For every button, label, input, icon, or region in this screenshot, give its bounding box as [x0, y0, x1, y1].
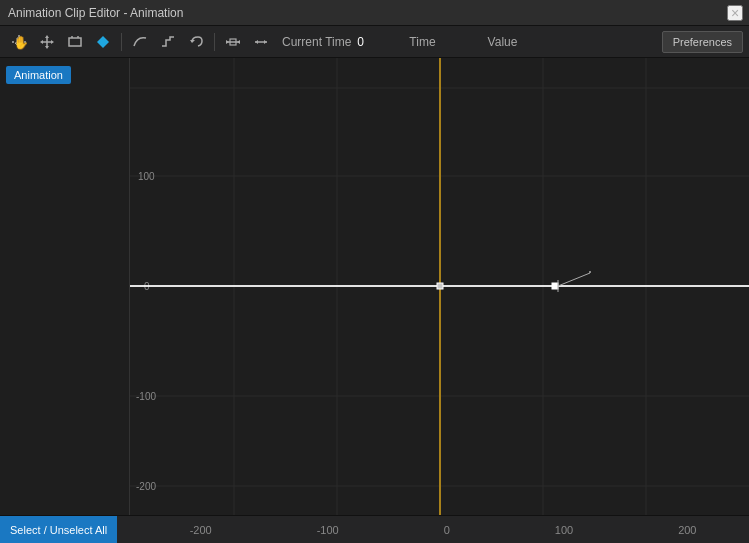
- scale-keys-icon: [253, 34, 269, 50]
- curve-icon: [132, 34, 148, 50]
- pan-icon: ✋: [11, 34, 27, 50]
- select-unselect-button[interactable]: Select / Unselect All: [0, 516, 117, 543]
- move-icon: [39, 34, 55, 50]
- undo-tool-button[interactable]: [183, 30, 209, 54]
- curve-tool-button[interactable]: [127, 30, 153, 54]
- time-column-label: Time: [409, 35, 435, 49]
- step-tool-button[interactable]: [155, 30, 181, 54]
- pan-tool-button[interactable]: ✋: [6, 30, 32, 54]
- x-label-neg200: -200: [190, 524, 212, 536]
- move-keys-icon: [225, 34, 241, 50]
- frame-tool-button[interactable]: [62, 30, 88, 54]
- animation-tag[interactable]: Animation: [6, 66, 71, 84]
- svg-text:-200: -200: [136, 481, 156, 492]
- tangent-icon: [95, 34, 111, 50]
- svg-text:100: 100: [138, 171, 155, 182]
- keyframe-1[interactable]: [552, 283, 558, 289]
- toolbar: ✋: [0, 26, 749, 58]
- move-keys-button[interactable]: [220, 30, 246, 54]
- svg-line-28: [558, 273, 590, 286]
- current-time-value: 0: [357, 35, 377, 49]
- left-sidebar: Animation: [0, 58, 130, 515]
- move-tool-button[interactable]: [34, 30, 60, 54]
- svg-text:-100: -100: [136, 391, 156, 402]
- bottom-bar: Select / Unselect All -200 -100 0 100 20…: [0, 515, 749, 543]
- tangent-tool-button[interactable]: [90, 30, 116, 54]
- svg-rect-3: [69, 38, 81, 46]
- graph-svg: 100 0 -100 -200: [130, 58, 749, 515]
- scale-keys-button[interactable]: [248, 30, 274, 54]
- keyframe-0[interactable]: [437, 283, 443, 289]
- x-label-200: 200: [678, 524, 696, 536]
- step-icon: [160, 34, 176, 50]
- x-axis-labels: -200 -100 0 100 200: [117, 524, 749, 536]
- preferences-button[interactable]: Preferences: [662, 31, 743, 53]
- separator-1: [121, 33, 122, 51]
- main-area: Animation 100 0 -100 -200: [0, 58, 749, 515]
- close-button[interactable]: ×: [727, 5, 743, 21]
- frame-icon: [67, 34, 83, 50]
- x-label-neg100: -100: [317, 524, 339, 536]
- separator-2: [214, 33, 215, 51]
- window-title: Animation Clip Editor - Animation: [8, 6, 183, 20]
- current-time-label: Current Time: [282, 35, 351, 49]
- value-column-label: Value: [488, 35, 518, 49]
- graph-area[interactable]: 100 0 -100 -200: [130, 58, 749, 515]
- undo-icon: [188, 34, 204, 50]
- svg-text:✋: ✋: [13, 34, 27, 50]
- x-label-0: 0: [444, 524, 450, 536]
- title-bar: Animation Clip Editor - Animation ×: [0, 0, 749, 26]
- x-label-100: 100: [555, 524, 573, 536]
